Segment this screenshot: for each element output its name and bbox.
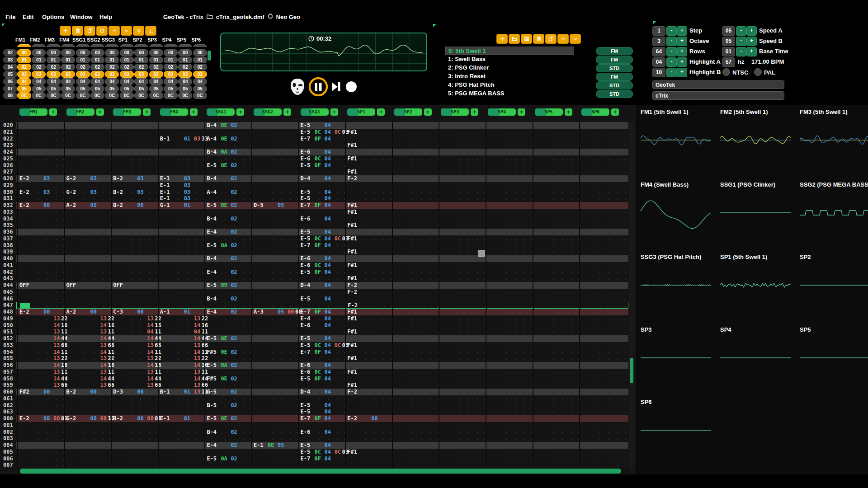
channel-button-sp5[interactable]: SP5 (535, 108, 563, 116)
cell-sp6-059[interactable] (579, 382, 626, 389)
cell-fm3-045[interactable] (111, 289, 158, 296)
matrix-cell-sp2-04[interactable]: 02 (134, 64, 148, 70)
matrix-cell-fm3-05[interactable]: 03 (47, 71, 61, 78)
cell-fm1-057[interactable]: 1311 (17, 369, 64, 375)
cell-sp5-041[interactable] (533, 262, 580, 269)
cell-sp4-045[interactable] (486, 289, 533, 296)
matrix-cell-fm2-08[interactable]: 0C (32, 92, 46, 99)
cell-sp6-060[interactable] (579, 389, 626, 395)
cell-ssg1-042[interactable]: E-402 (204, 269, 251, 276)
cell-sp4-053[interactable] (486, 342, 533, 349)
cell-ssg3-057[interactable]: E-60C04 (298, 369, 345, 375)
matrix-cell-sp6-07[interactable]: 05 (193, 85, 207, 92)
cell-sp5-053[interactable] (533, 342, 580, 349)
pal-radio[interactable] (754, 68, 762, 76)
matrix-cell-fm3-06[interactable]: 04 (47, 78, 61, 85)
cell-sp4-034[interactable] (486, 216, 533, 222)
cell-ssg1-063[interactable] (204, 408, 251, 415)
cell-fm3-025[interactable] (111, 155, 158, 162)
cell-sp4-059[interactable] (486, 382, 533, 389)
cell-fm2-006[interactable] (64, 455, 111, 462)
cell-sp5-033[interactable] (533, 209, 580, 216)
cell-ssg3-041[interactable]: E-60C04 (298, 262, 345, 269)
cell-sp3-046[interactable] (439, 296, 486, 302)
cell-ssg2-006[interactable] (251, 455, 298, 462)
cell-fm2-057[interactable]: 1311 (64, 369, 111, 375)
cell-sp5-050[interactable] (533, 322, 580, 329)
cell-sp2-021[interactable] (392, 129, 439, 136)
cell-sp1-041[interactable]: F#1 (345, 262, 392, 269)
cell-ssg3-001[interactable] (298, 422, 345, 429)
cell-sp3-055[interactable] (439, 355, 486, 362)
matrix-cell-sp5-08[interactable]: 0C (178, 92, 192, 99)
cell-fm3-000[interactable]: B-2000801 (111, 415, 158, 422)
channel-expand-fm2-button[interactable]: + (96, 108, 104, 116)
cell-ssg3-049[interactable]: E-404 (298, 315, 345, 322)
cell-fm4-050[interactable]: 1416 (158, 322, 205, 329)
cell-sp2-061[interactable] (392, 395, 439, 402)
cell-fm4-043[interactable] (158, 275, 205, 282)
cell-fm4-005[interactable] (158, 449, 205, 455)
channel-expand-fm4-button[interactable]: + (190, 108, 198, 116)
cell-sp1-059[interactable]: F#1 (345, 382, 392, 389)
cell-sp6-028[interactable] (579, 175, 626, 182)
cell-ssg3-028[interactable]: D-404 (298, 175, 345, 182)
cell-sp2-060[interactable] (392, 389, 439, 395)
cell-fm4-004[interactable] (158, 442, 205, 449)
cell-fm4-042[interactable] (158, 269, 205, 276)
cell-sp4-004[interactable] (486, 442, 533, 449)
cell-fm4-003[interactable] (158, 435, 205, 442)
cell-fm1-043[interactable] (17, 275, 64, 282)
instrument-type-badge-4[interactable]: STD (596, 81, 633, 89)
spinner-highlight-b-decrement-button[interactable]: - (666, 68, 677, 77)
cell-sp2-028[interactable] (392, 175, 439, 182)
cell-ssg1-049[interactable] (204, 315, 251, 322)
matrix-cell-ssg3-08[interactable]: 0C (105, 92, 119, 99)
instrument-toolbar-chevron-down-button[interactable] (570, 34, 581, 44)
cell-fm2-020[interactable] (64, 122, 111, 129)
cell-sp2-036[interactable] (392, 229, 439, 235)
cell-fm1-059[interactable]: 1366 (17, 382, 64, 389)
cell-sp1-022[interactable] (345, 136, 392, 142)
matrix-toolbar-chevron-up-button[interactable] (108, 26, 120, 36)
spinner-highlight-b-increment-button[interactable]: + (677, 68, 687, 77)
cell-ssg3-000[interactable]: E-70F04 (298, 415, 345, 422)
cell-sp4-054[interactable] (486, 349, 533, 356)
cell-ssg1-032[interactable]: E-50E02 (204, 202, 251, 209)
cell-sp1-046[interactable] (345, 296, 392, 302)
cell-fm1-027[interactable] (17, 169, 64, 175)
cell-fm1-041[interactable] (17, 262, 64, 269)
cell-fm4-037[interactable] (158, 235, 205, 242)
cell-sp3-024[interactable] (439, 149, 486, 155)
cell-fm4-007[interactable] (158, 462, 205, 469)
matrix-cell-sp2-05[interactable]: 03 (134, 71, 148, 78)
cell-fm2-061[interactable] (64, 395, 111, 402)
cell-fm1-022[interactable] (17, 136, 64, 142)
cell-sp6-052[interactable] (579, 335, 626, 342)
spinner-step-value[interactable]: 1 (652, 26, 665, 36)
cell-ssg2-061[interactable] (251, 395, 298, 402)
cell-fm2-048[interactable]: A-200 (64, 309, 111, 315)
cell-ssg3-031[interactable]: E-504 (298, 195, 345, 202)
cell-ssg2-059[interactable] (251, 382, 298, 389)
cell-ssg3-047[interactable] (299, 302, 346, 309)
cell-sp5-037[interactable] (533, 235, 580, 242)
cell-sp2-003[interactable] (392, 435, 439, 442)
matrix-cell-sp3-06[interactable]: 04 (149, 78, 163, 85)
cell-fm3-037[interactable] (111, 235, 158, 242)
matrix-cell-fm1-02[interactable]: 00 (17, 49, 31, 56)
matrix-cell-sp5-07[interactable]: 05 (178, 85, 192, 92)
cell-fm3-026[interactable] (111, 162, 158, 169)
cell-sp4-006[interactable] (486, 455, 533, 462)
cell-ssg2-040[interactable] (251, 255, 298, 262)
cell-fm3-057[interactable]: 1311 (111, 369, 158, 375)
editor-hscroll-thumb[interactable] (20, 469, 621, 474)
cell-fm3-046[interactable] (111, 296, 158, 302)
cell-sp1-062[interactable] (345, 402, 392, 409)
cell-sp2-031[interactable] (392, 195, 439, 202)
matrix-row-number[interactable]: 04 (3, 64, 17, 70)
cell-sp2-047[interactable] (392, 302, 439, 309)
cell-fm2-032[interactable]: A-200 (64, 202, 111, 209)
cell-fm2-030[interactable]: G-203 (64, 189, 111, 196)
cell-sp4-026[interactable] (486, 162, 533, 169)
